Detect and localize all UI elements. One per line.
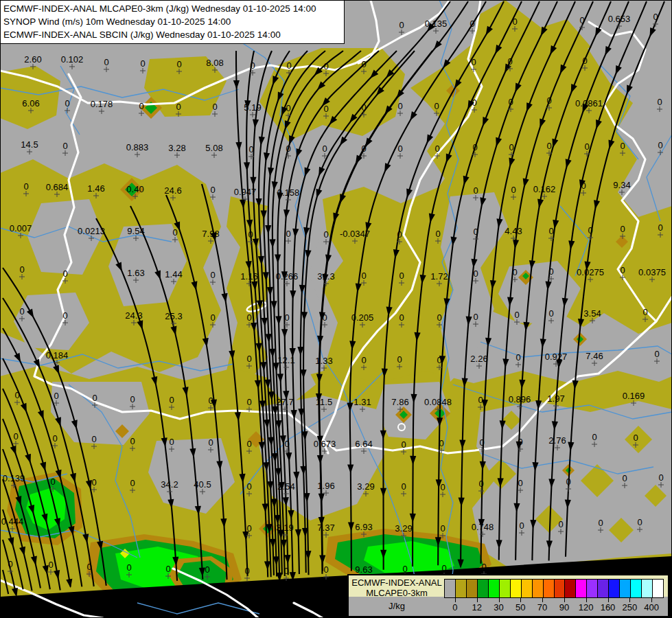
legend-color-cell: [586, 580, 597, 597]
svg-text:0.0861: 0.0861: [575, 98, 603, 108]
svg-text:0.684: 0.684: [46, 182, 69, 192]
svg-text:0: 0: [244, 566, 249, 576]
svg-text:0.0213: 0.0213: [78, 226, 105, 236]
svg-text:0: 0: [473, 312, 478, 322]
legend-color-cell: [499, 580, 510, 597]
legend-tick-label: 0: [452, 602, 457, 613]
header-line-sbcin: ECMWF-INDEX-ANAL SBCIN (J/kg) Wednesday …: [3, 28, 340, 41]
svg-text:0: 0: [658, 140, 662, 150]
svg-text:0: 0: [165, 564, 170, 574]
legend-tick-label: 70: [537, 602, 547, 613]
legend-color-cell: [564, 580, 575, 597]
svg-text:0: 0: [399, 271, 404, 281]
svg-text:0: 0: [473, 185, 478, 196]
svg-text:0: 0: [205, 564, 209, 575]
svg-text:0.40: 0.40: [126, 184, 143, 194]
svg-text:0: 0: [283, 566, 288, 576]
svg-text:0: 0: [473, 268, 478, 279]
svg-text:0.0375: 0.0375: [638, 267, 666, 277]
svg-text:0: 0: [19, 306, 24, 317]
svg-text:0: 0: [472, 142, 477, 152]
svg-text:0: 0: [130, 394, 135, 404]
svg-text:0: 0: [472, 98, 476, 108]
svg-text:0: 0: [441, 563, 446, 573]
svg-text:0: 0: [471, 57, 476, 67]
svg-text:0.007: 0.007: [10, 223, 32, 233]
legend-color-cell: [575, 580, 586, 597]
header-line-mlcape: ECMWF-INDEX-ANAL MLCAPE0-3km (J/kg) Wedn…: [3, 2, 340, 15]
svg-text:0.184: 0.184: [46, 350, 69, 360]
svg-text:0: 0: [126, 562, 131, 573]
legend-color-cell: [455, 580, 466, 597]
svg-text:0.205: 0.205: [351, 312, 374, 323]
legend-color-cell: [641, 580, 652, 597]
svg-text:0: 0: [620, 224, 625, 234]
svg-text:0: 0: [8, 559, 12, 569]
svg-text:1.33: 1.33: [315, 356, 332, 366]
svg-text:1.16: 1.16: [240, 271, 257, 282]
legend-title: ECMWF-INDEX-ANAL: [349, 577, 445, 588]
svg-text:0: 0: [246, 354, 251, 364]
svg-text:0: 0: [139, 101, 143, 111]
svg-text:0: 0: [546, 141, 551, 151]
svg-text:0: 0: [434, 101, 439, 111]
svg-text:0: 0: [397, 101, 402, 111]
legend-color-cell: [477, 580, 488, 597]
svg-text:9.34: 9.34: [613, 180, 630, 190]
svg-text:2.60: 2.60: [24, 54, 41, 65]
svg-text:0: 0: [286, 103, 290, 113]
legend-tick-label: 160: [601, 602, 616, 613]
svg-text:0: 0: [507, 56, 512, 67]
svg-text:0: 0: [248, 144, 253, 154]
svg-text:0: 0: [176, 102, 181, 112]
svg-text:0: 0: [481, 562, 486, 572]
svg-text:0: 0: [658, 472, 663, 483]
svg-text:0: 0: [210, 185, 215, 195]
svg-text:0: 0: [473, 227, 478, 237]
legend-color-cell: [466, 580, 477, 597]
svg-text:24.6: 24.6: [164, 185, 181, 196]
svg-text:0: 0: [519, 520, 524, 531]
svg-text:0: 0: [361, 59, 366, 69]
svg-text:0: 0: [548, 226, 553, 236]
legend-color-bar: [444, 579, 664, 598]
map-title-header: ECMWF-INDEX-ANAL MLCAPE0-3km (J/kg) Wedn…: [0, 0, 345, 44]
svg-text:24.3: 24.3: [125, 310, 142, 321]
svg-text:0: 0: [23, 181, 28, 192]
svg-text:0: 0: [13, 431, 18, 442]
legend-color-cell: [532, 580, 543, 597]
svg-text:0: 0: [323, 229, 328, 240]
svg-text:0: 0: [323, 564, 328, 575]
svg-text:11.5: 11.5: [316, 397, 332, 407]
legend-color-cell: [652, 580, 663, 597]
svg-text:0: 0: [91, 477, 96, 488]
svg-text:9.54: 9.54: [127, 226, 144, 236]
svg-text:0: 0: [584, 141, 589, 152]
svg-text:0: 0: [397, 144, 402, 154]
svg-text:0: 0: [361, 271, 366, 281]
svg-text:0: 0: [440, 523, 445, 534]
svg-text:34.2: 34.2: [161, 479, 178, 490]
svg-text:0.653: 0.653: [608, 14, 631, 24]
legend-tick-label: 90: [559, 602, 569, 613]
svg-text:0: 0: [548, 308, 553, 319]
svg-text:0: 0: [248, 229, 253, 240]
svg-text:5.08: 5.08: [205, 143, 222, 153]
svg-text:0: 0: [323, 104, 328, 114]
svg-text:0: 0: [478, 395, 483, 405]
legend-color-cell: [445, 580, 455, 597]
legend-color-cell: [597, 580, 608, 597]
svg-text:0: 0: [169, 395, 174, 405]
svg-text:40.5: 40.5: [194, 479, 211, 490]
svg-text:1.96: 1.96: [317, 481, 334, 491]
svg-text:0.139: 0.139: [3, 473, 25, 483]
svg-text:0: 0: [246, 312, 251, 323]
legend-color-cell: [521, 580, 532, 597]
svg-text:0: 0: [361, 102, 366, 113]
legend-units: J/kg: [349, 601, 445, 611]
svg-text:0: 0: [478, 479, 483, 489]
svg-text:0: 0: [208, 437, 213, 448]
svg-text:0.178: 0.178: [91, 99, 113, 109]
svg-text:2.54: 2.54: [277, 481, 294, 492]
svg-text:7.37: 7.37: [317, 523, 334, 533]
